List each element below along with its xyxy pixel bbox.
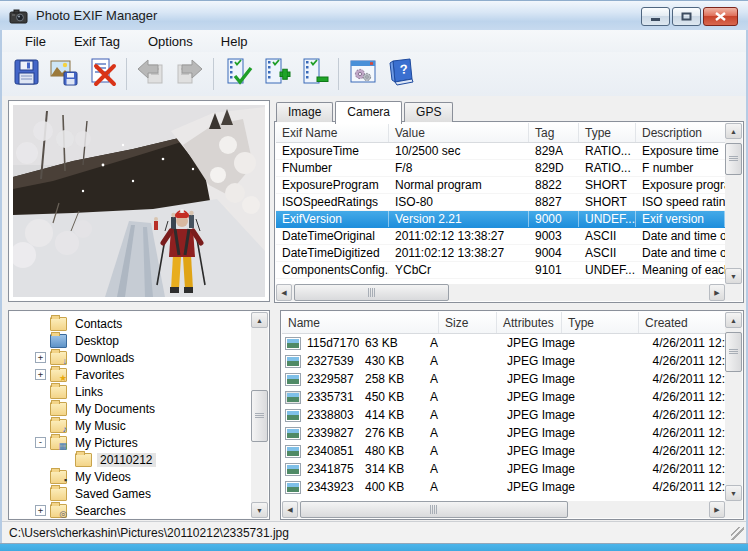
scroll-up-icon[interactable]: ▲ bbox=[725, 123, 742, 139]
scrollbar-thumb[interactable] bbox=[251, 390, 268, 442]
column-header[interactable]: Size bbox=[439, 312, 497, 333]
remove-exif-tag-button[interactable] bbox=[295, 55, 333, 93]
folder-icon bbox=[50, 402, 67, 416]
exif-row[interactable]: FNumber F/8 829D RATIO... F number bbox=[276, 160, 725, 177]
title-bar[interactable]: Photo EXIF Manager bbox=[0, 0, 748, 30]
tree-item-label: My Music bbox=[72, 419, 129, 433]
tree-item[interactable]: + Searches bbox=[11, 502, 250, 519]
exif-horizontal-scrollbar[interactable]: ◀ ▶ bbox=[276, 284, 725, 301]
verify-exif-tags-button[interactable] bbox=[219, 55, 257, 93]
scrollbar-thumb[interactable] bbox=[294, 284, 449, 301]
tree-item-label: Searches bbox=[72, 504, 129, 518]
scroll-left-icon[interactable]: ◀ bbox=[276, 284, 292, 301]
options-button[interactable] bbox=[344, 55, 382, 93]
menu-item[interactable]: File bbox=[15, 31, 56, 52]
tree-item[interactable]: My Documents bbox=[11, 400, 250, 417]
column-header[interactable]: Type bbox=[562, 312, 639, 333]
tab[interactable]: Image bbox=[276, 102, 333, 122]
exif-row[interactable]: ISOSpeedRatings ISO-80 8827 SHORT ISO sp… bbox=[276, 194, 725, 211]
close-button[interactable] bbox=[703, 7, 738, 26]
column-header[interactable]: Exif Name bbox=[276, 123, 389, 142]
tree-item[interactable]: + Favorites bbox=[11, 366, 250, 383]
column-header[interactable]: Tag bbox=[529, 123, 579, 142]
exif-row[interactable]: ExposureProgram Normal program 8822 SHOR… bbox=[276, 177, 725, 194]
scroll-left-icon[interactable]: ◀ bbox=[282, 501, 298, 518]
file-row[interactable]: 2339827 276 KB A JPEG Image 4/26/2011 12… bbox=[282, 424, 725, 442]
scrollbar-thumb[interactable] bbox=[725, 143, 742, 175]
tree-item[interactable]: Desktop bbox=[11, 332, 250, 349]
file-row[interactable]: 2338803 414 KB A JPEG Image 4/26/2011 12… bbox=[282, 406, 725, 424]
column-header[interactable]: Value bbox=[389, 123, 529, 142]
scroll-down-icon[interactable]: ▼ bbox=[725, 485, 742, 501]
file-row[interactable]: 2343923 400 KB A JPEG Image 4/26/2011 12… bbox=[282, 478, 725, 496]
help-button[interactable]: ? bbox=[382, 55, 420, 93]
window-gears-icon bbox=[348, 57, 378, 91]
tree-item[interactable]: Links bbox=[11, 383, 250, 400]
scroll-right-icon[interactable]: ▶ bbox=[709, 284, 725, 301]
file-row[interactable]: 2341875 314 KB A JPEG Image 4/26/2011 12… bbox=[282, 460, 725, 478]
jpeg-thumbnail-icon bbox=[285, 427, 301, 440]
expand-toggle[interactable]: + bbox=[35, 505, 46, 516]
tree-item[interactable]: + Downloads bbox=[11, 349, 250, 366]
folder-icon bbox=[50, 368, 67, 382]
scroll-up-icon[interactable]: ▲ bbox=[251, 312, 268, 328]
scrollbar-corner bbox=[725, 501, 742, 518]
clear-list-icon bbox=[87, 57, 117, 91]
photo-preview bbox=[8, 100, 270, 302]
menu-item[interactable]: Exif Tag bbox=[64, 31, 130, 52]
folder-tree-items: Contacts Desktop + Downloads + bbox=[11, 315, 250, 519]
tab[interactable]: GPS bbox=[404, 102, 453, 122]
exif-row[interactable]: ExposureTime 10/2500 sec 829A RATIO... E… bbox=[276, 143, 725, 160]
folder-icon bbox=[50, 385, 67, 399]
tab[interactable]: Camera bbox=[335, 101, 402, 124]
tree-item[interactable]: Saved Games bbox=[11, 485, 250, 502]
tree-item[interactable]: - My Pictures bbox=[11, 434, 250, 451]
tree-item-label: Contacts bbox=[72, 317, 125, 331]
add-exif-tag-button[interactable] bbox=[257, 55, 295, 93]
exif-vertical-scrollbar[interactable]: ▲ ▼ bbox=[725, 123, 742, 284]
file-list-rows: 115d71700c64 63 KB A JPEG Image 4/26/201… bbox=[282, 334, 725, 496]
minimize-button[interactable] bbox=[641, 7, 670, 26]
maximize-button[interactable] bbox=[672, 7, 701, 26]
file-row[interactable]: 2340851 480 KB A JPEG Image 4/26/2011 12… bbox=[282, 442, 725, 460]
scroll-right-icon[interactable]: ▶ bbox=[709, 501, 725, 518]
column-header[interactable]: Type bbox=[579, 123, 636, 142]
tree-vertical-scrollbar[interactable]: ▲ ▼ bbox=[251, 312, 268, 518]
scrollbar-thumb[interactable] bbox=[725, 332, 742, 372]
exif-row[interactable]: ComponentsConfig... YCbCr 9101 UNDEF... … bbox=[276, 262, 725, 279]
tree-item[interactable]: My Music bbox=[11, 417, 250, 434]
tree-item[interactable]: 20110212 bbox=[11, 451, 250, 468]
clear-list-button[interactable] bbox=[83, 55, 121, 93]
expand-toggle[interactable]: + bbox=[35, 369, 46, 380]
exif-row[interactable]: DateTimeDigitized 2011:02:12 13:38:27 90… bbox=[276, 245, 725, 262]
files-horizontal-scrollbar[interactable]: ◀ ▶ bbox=[282, 501, 725, 518]
file-row[interactable]: 2329587 258 KB A JPEG Image 4/26/2011 12… bbox=[282, 370, 725, 388]
menu-item[interactable]: Options bbox=[138, 31, 203, 52]
save-button[interactable] bbox=[7, 55, 45, 93]
camera-app-icon bbox=[9, 8, 29, 24]
folder-icon bbox=[75, 453, 92, 467]
next-image-button[interactable] bbox=[170, 55, 208, 93]
scroll-down-icon[interactable]: ▼ bbox=[251, 502, 268, 518]
scroll-down-icon[interactable]: ▼ bbox=[725, 268, 742, 284]
file-row[interactable]: 2327539 430 KB A JPEG Image 4/26/2011 12… bbox=[282, 352, 725, 370]
scroll-up-icon[interactable]: ▲ bbox=[725, 312, 742, 328]
exif-row[interactable]: ExifVersion Version 2.21 9000 UNDEF... E… bbox=[276, 211, 725, 228]
file-row[interactable]: 2335731 450 KB A JPEG Image 4/26/2011 12… bbox=[282, 388, 725, 406]
column-header[interactable]: Attributes bbox=[497, 312, 562, 333]
expand-toggle[interactable]: - bbox=[35, 437, 46, 448]
column-header[interactable]: Name bbox=[282, 312, 439, 333]
files-vertical-scrollbar[interactable]: ▲ ▼ bbox=[725, 312, 742, 501]
window-controls bbox=[641, 7, 738, 26]
previous-image-button[interactable] bbox=[132, 55, 170, 93]
exif-row[interactable]: DateTimeOriginal 2011:02:12 13:38:27 900… bbox=[276, 228, 725, 245]
scrollbar-thumb[interactable] bbox=[300, 501, 568, 518]
file-row[interactable]: 115d71700c64 63 KB A JPEG Image 4/26/201… bbox=[282, 334, 725, 352]
tree-item[interactable]: My Videos bbox=[11, 468, 250, 485]
tree-item[interactable]: Contacts bbox=[11, 315, 250, 332]
save-image-button[interactable] bbox=[45, 55, 83, 93]
resize-grip[interactable] bbox=[731, 527, 744, 540]
menu-item[interactable]: Help bbox=[211, 31, 258, 52]
jpeg-thumbnail-icon bbox=[285, 391, 301, 404]
expand-toggle[interactable]: + bbox=[35, 352, 46, 363]
